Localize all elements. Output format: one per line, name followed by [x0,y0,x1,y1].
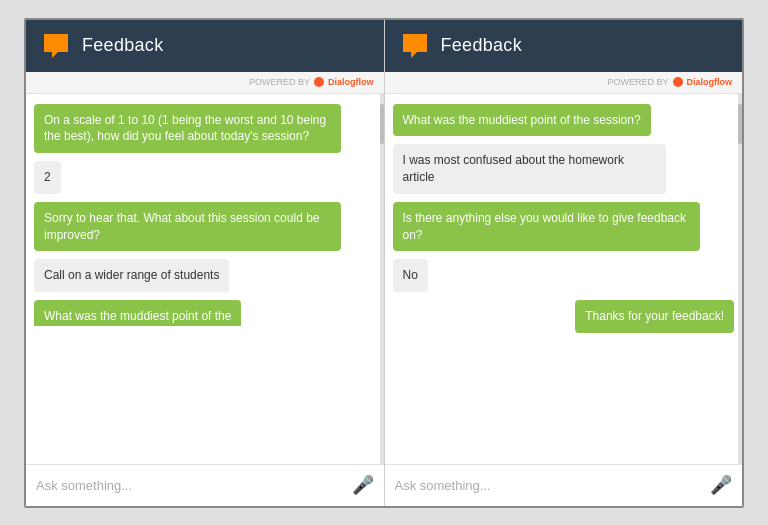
left-input-area: Ask something... 🎤 [26,464,384,506]
left-df-dot-icon [314,77,324,87]
right-msg-4: No [393,259,428,292]
right-df-dot-icon [673,77,683,87]
right-messages-area: What was the muddiest point of the sessi… [385,94,743,464]
left-msg-4: Call on a wider range of students [34,259,229,292]
right-feedback-icon [399,30,431,62]
left-feedback-icon [40,30,72,62]
left-input-placeholder[interactable]: Ask something... [36,478,344,493]
left-messages-area: On a scale of 1 to 10 (1 being the worst… [26,94,384,464]
left-scrollbar[interactable] [380,94,384,464]
chat-panel-left: Feedback POWERED BY Dialogflow On a scal… [26,20,385,506]
right-header: Feedback [385,20,743,72]
svg-marker-1 [403,34,427,58]
right-powered-by-bar: POWERED BY Dialogflow [385,72,743,94]
left-powered-by-bar: POWERED BY Dialogflow [26,72,384,94]
left-msg-3: Sorry to hear that. What about this sess… [34,202,341,252]
left-msg-2: 2 [34,161,61,194]
right-powered-by-text: POWERED BY [607,77,668,87]
svg-marker-0 [44,34,68,58]
right-input-placeholder[interactable]: Ask something... [395,478,703,493]
right-mic-icon[interactable]: 🎤 [710,474,732,496]
right-msg-3: Is there anything else you would like to… [393,202,700,252]
right-input-area: Ask something... 🎤 [385,464,743,506]
left-scrollbar-thumb[interactable] [380,104,384,144]
chat-panel-right: Feedback POWERED BY Dialogflow What was … [385,20,743,506]
right-msg-2: I was most confused about the homework a… [393,144,666,194]
left-header: Feedback [26,20,384,72]
right-scrollbar-thumb[interactable] [738,104,742,144]
right-scrollbar[interactable] [738,94,742,464]
right-header-title: Feedback [441,35,522,56]
left-msg-5-cut: What was the muddiest point of the [34,300,241,326]
main-container: Feedback POWERED BY Dialogflow On a scal… [24,18,744,508]
left-dialogflow-label: Dialogflow [328,77,374,87]
left-msg-1: On a scale of 1 to 10 (1 being the worst… [34,104,341,154]
right-msg-5: Thanks for your feedback! [575,300,734,333]
right-msg-1: What was the muddiest point of the sessi… [393,104,651,137]
right-dialogflow-label: Dialogflow [687,77,733,87]
left-mic-icon[interactable]: 🎤 [352,474,374,496]
left-powered-by-text: POWERED BY [249,77,310,87]
left-header-title: Feedback [82,35,163,56]
